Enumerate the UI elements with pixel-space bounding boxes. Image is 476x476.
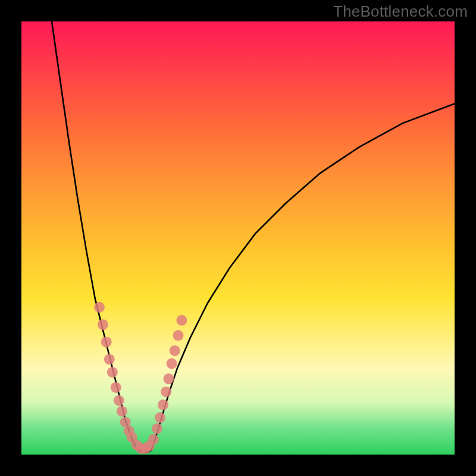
chart-svg xyxy=(21,21,455,455)
scatter-dot xyxy=(148,434,159,445)
scatter-dot xyxy=(94,302,105,313)
scatter-dot xyxy=(158,399,168,410)
scatter-dot xyxy=(164,374,174,384)
scatter-layer xyxy=(94,302,187,454)
scatter-dot xyxy=(161,386,171,397)
scatter-dot xyxy=(140,443,151,454)
watermark-text: TheBottleneck.com xyxy=(333,2,468,21)
scatter-dot xyxy=(176,315,187,325)
scatter-dot xyxy=(170,345,180,356)
scatter-dot xyxy=(173,330,184,341)
chart-plot-area xyxy=(21,21,455,455)
scatter-dot xyxy=(152,423,162,434)
scatter-dot xyxy=(111,382,121,393)
scatter-dot xyxy=(155,412,165,423)
chart-frame: TheBottleneck.com xyxy=(0,0,476,476)
scatter-dot xyxy=(98,320,108,330)
scatter-dot xyxy=(114,395,124,406)
scatter-dot xyxy=(107,367,118,378)
scatter-dot xyxy=(101,337,112,347)
scatter-dot xyxy=(117,406,127,416)
scatter-dot xyxy=(104,354,115,365)
scatter-dot xyxy=(167,358,177,369)
